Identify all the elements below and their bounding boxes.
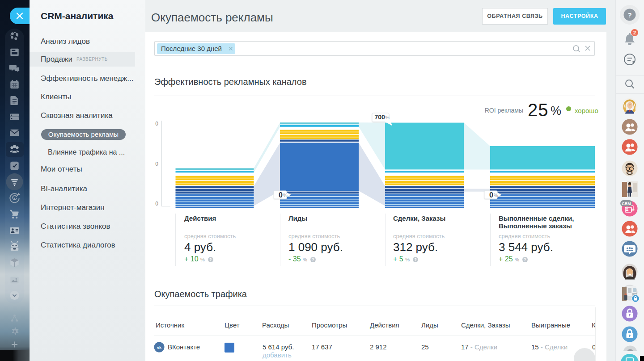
- svg-text:0: 0: [155, 161, 158, 167]
- svg-text:vk: vk: [157, 345, 162, 350]
- svg-text:CRM: CRM: [622, 201, 631, 206]
- svg-text:0: 0: [279, 191, 283, 199]
- svg-text:%: %: [494, 193, 498, 198]
- svg-text:@: @: [631, 208, 635, 212]
- svg-text:%: %: [386, 115, 390, 120]
- svg-text:0: 0: [489, 191, 493, 199]
- svg-text:2: 2: [633, 30, 636, 35]
- svg-text:0: 0: [155, 201, 158, 207]
- svg-text:0: 0: [155, 121, 158, 127]
- svg-text:700: 700: [375, 113, 386, 121]
- svg-text:?: ?: [627, 11, 631, 19]
- svg-text:%: %: [283, 193, 288, 198]
